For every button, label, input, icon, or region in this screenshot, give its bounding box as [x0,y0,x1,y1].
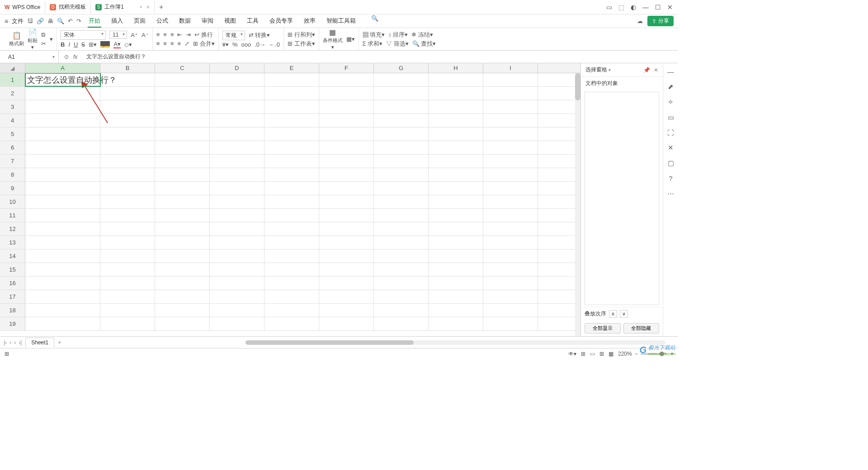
cell[interactable] [100,222,155,235]
cell[interactable] [25,317,100,330]
copy-icon[interactable]: ⧉ [41,31,46,38]
cell[interactable] [264,73,319,86]
clear-format-icon[interactable]: ◇▾ [124,41,132,48]
align-top-icon[interactable]: ≡ [156,31,160,38]
cell[interactable] [100,87,155,100]
grow-font-icon[interactable]: A⁺ [131,32,138,38]
cell[interactable] [264,168,319,181]
cell[interactable] [483,114,538,127]
cell[interactable] [429,290,483,303]
save-icon[interactable]: 🖫 [27,18,33,24]
freeze-button[interactable]: ❄ 冻结▾ [411,31,433,39]
cell[interactable] [429,114,483,127]
preview-icon[interactable]: 🔍 [57,18,64,24]
avatar-icon[interactable]: ◐ [631,4,636,11]
cell[interactable] [25,290,100,303]
cell[interactable] [319,317,374,330]
cell[interactable] [25,114,100,127]
cell[interactable] [429,304,483,317]
cell[interactable] [319,168,374,181]
cell[interactable] [429,236,483,249]
menu-insert[interactable]: 插入 [110,15,124,28]
pin-icon[interactable]: 📌 [643,67,650,73]
cell[interactable] [429,155,483,168]
cell[interactable] [264,290,319,303]
horizontal-scrollbar[interactable] [245,340,665,345]
cell[interactable] [429,209,483,222]
close-icon[interactable]: × [146,4,150,10]
shrink-font-icon[interactable]: A⁻ [142,32,149,38]
cell[interactable] [264,304,319,317]
select-tool-icon[interactable]: ⬈ [668,83,674,91]
worksheet-button[interactable]: ⊞ 工作表▾ [288,40,315,48]
cell[interactable] [100,209,155,222]
row-header[interactable]: 2 [0,87,25,100]
cell[interactable] [210,127,264,141]
fill-color-icon[interactable]: ◇▾ [100,41,110,48]
sheet-first-icon[interactable]: |‹ [4,339,7,346]
cell[interactable] [264,249,319,263]
cell[interactable] [25,209,100,222]
cell[interactable] [25,141,100,154]
cell[interactable] [483,290,538,303]
cell[interactable] [210,290,264,303]
cell[interactable] [155,277,210,290]
cell[interactable] [319,141,374,154]
cell[interactable] [155,222,210,235]
cell[interactable] [483,195,538,208]
cell[interactable] [483,236,538,249]
cell[interactable] [483,168,538,181]
cell[interactable] [319,236,374,249]
row-header[interactable]: 6 [0,141,25,154]
cell[interactable] [264,127,319,141]
row-header[interactable]: 14 [0,249,25,263]
cell[interactable] [374,168,429,181]
col-header-A[interactable]: A [25,63,100,73]
cell[interactable] [210,100,264,113]
cell[interactable] [155,141,210,154]
collapse-icon[interactable]: — [667,68,674,75]
merge-button[interactable]: ⊞ 合并▾ [193,40,215,48]
cell[interactable] [264,100,319,113]
cell[interactable] [25,155,100,168]
cancel-formula-icon[interactable]: ⊙ [64,54,69,60]
cell[interactable] [429,277,483,290]
rowcol-button[interactable]: ⊞ 行和列▾ [288,31,315,39]
cell[interactable] [374,209,429,222]
percent-icon[interactable]: % [232,41,238,48]
print-icon[interactable]: 🖶 [47,18,53,24]
menu-member[interactable]: 会员专享 [269,15,294,28]
cell[interactable] [264,209,319,222]
cell[interactable] [319,73,374,86]
cell[interactable] [155,155,210,168]
select-all-corner[interactable]: ◢ [0,63,25,73]
cell[interactable] [264,317,319,330]
number-format-select[interactable]: 常规 [222,31,245,40]
cell[interactable] [100,290,155,303]
row-header[interactable]: 7 [0,155,25,168]
menu-view[interactable]: 视图 [223,15,237,28]
cell[interactable] [374,141,429,154]
cube-icon[interactable]: ⬚ [618,4,624,11]
cell[interactable] [100,114,155,127]
menu-review[interactable]: 审阅 [201,15,214,28]
cell[interactable] [25,263,100,276]
align-center-icon[interactable]: ≡ [163,40,167,47]
cell[interactable] [483,263,538,276]
col-header-H[interactable]: H [429,63,483,73]
cell[interactable] [100,127,155,141]
show-all-button[interactable]: 全部显示 [585,323,621,334]
row-header[interactable]: 1 [0,73,25,86]
fill-button[interactable]: ▦ 填充▾ [363,31,385,39]
orientation-icon[interactable]: ⤢ [184,40,189,47]
table-style-icon[interactable]: ▦▾ [346,36,355,42]
cell[interactable] [264,236,319,249]
cell[interactable] [210,304,264,317]
cell[interactable] [210,87,264,100]
cond-format-button[interactable]: ▦条件格式▾ [323,28,343,50]
cell[interactable] [25,87,100,100]
cell[interactable] [155,182,210,195]
settings-icon[interactable]: ✧ [668,98,674,106]
minimize-icon[interactable]: — [642,4,649,11]
cell[interactable] [429,100,483,113]
